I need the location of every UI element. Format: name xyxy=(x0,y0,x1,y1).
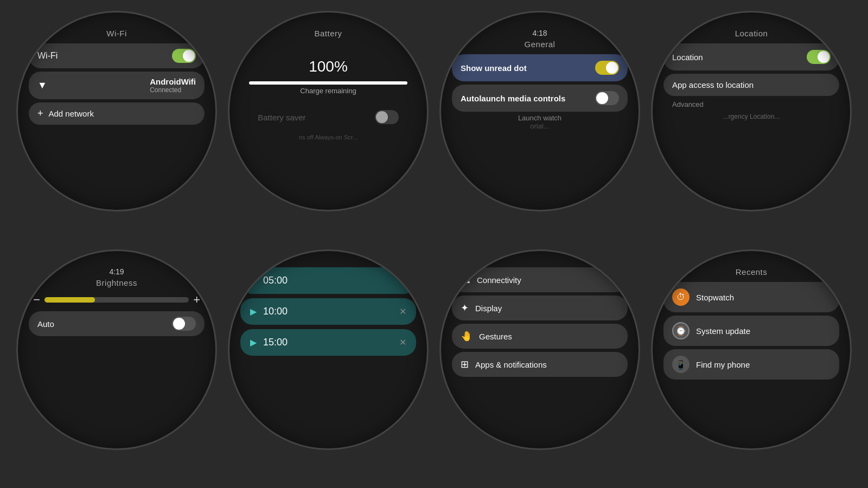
recents-item-stopwatch[interactable]: ⏱ Stopwatch xyxy=(663,282,839,312)
location-knob xyxy=(818,51,829,63)
brightness-plus-icon[interactable]: + xyxy=(193,293,200,307)
display-label: Display xyxy=(475,304,502,313)
timer-item-3[interactable]: ▶ 15:00 ✕ xyxy=(240,329,416,356)
general-items: Show unread dot Autolaunch media control… xyxy=(452,54,628,112)
wifi-network-name: AndroidWifi xyxy=(150,77,196,86)
brightness-time: 4:19 xyxy=(109,267,124,276)
add-network-item[interactable]: + Add network xyxy=(29,102,205,125)
charge-bar xyxy=(249,81,407,85)
autolaunch-item[interactable]: Autolaunch media controls xyxy=(452,85,628,112)
settings-item-connectivity[interactable]: ☁ Connectivity xyxy=(452,267,628,292)
wifi-toggle-knob xyxy=(183,50,195,62)
battery-number: 100 xyxy=(309,58,334,75)
brightness-title: Brightness xyxy=(96,278,137,287)
settings-item-apps[interactable]: ⊞ Apps & notifications xyxy=(452,352,628,377)
location-toggle[interactable] xyxy=(807,50,831,64)
settings-items: ☁ Connectivity ✦ Display 🤚 Gestures ⊞ Ap… xyxy=(452,267,628,377)
general-time: 4:18 xyxy=(532,29,547,37)
timer-close-icon-1[interactable]: ✕ xyxy=(399,275,406,286)
findphone-label: Find my phone xyxy=(696,360,750,369)
autolaunch-knob xyxy=(596,92,608,104)
autolaunch-label: Autolaunch media controls xyxy=(461,94,595,103)
recents-items: ⏱ Stopwatch ⌚ System update 📱 Find my ph… xyxy=(663,282,839,380)
battery-saver-toggle[interactable] xyxy=(375,110,399,124)
timer-items: ▶ 05:00 ✕ ▶ 10:00 ✕ ▶ 15:00 ✕ xyxy=(240,267,416,356)
watch-grid: Wi-Fi Wi-Fi ▼ AndroidWifi Connected + Ad… xyxy=(5,0,863,488)
advanced-text: Advanced xyxy=(663,99,839,110)
gestures-icon: 🤚 xyxy=(461,330,473,342)
location-title: Location xyxy=(735,29,768,38)
recents-item-sysupdate[interactable]: ⌚ System update xyxy=(663,316,839,346)
recents-title: Recents xyxy=(736,267,768,277)
show-unread-knob xyxy=(606,62,618,74)
general-title: General xyxy=(525,40,556,49)
sysupdate-label: System update xyxy=(696,326,750,336)
emergency-text: ...rgency Location... xyxy=(663,113,839,120)
recents-item-findphone[interactable]: 📱 Find my phone xyxy=(663,349,839,380)
timer-play-icon-3[interactable]: ▶ xyxy=(250,337,257,348)
apps-label: Apps & notifications xyxy=(475,360,547,369)
show-unread-label: Show unread dot xyxy=(461,63,595,73)
timer-play-icon-2[interactable]: ▶ xyxy=(250,306,257,317)
apps-icon: ⊞ xyxy=(461,358,469,370)
timer-play-icon-1[interactable]: ▶ xyxy=(250,275,257,286)
show-unread-toggle[interactable] xyxy=(595,61,619,75)
timer-time-1: 05:00 xyxy=(263,275,399,286)
auto-label: Auto xyxy=(37,319,54,329)
wifi-toggle[interactable] xyxy=(172,49,196,63)
location-items: Location App access to location Advanced… xyxy=(663,43,839,120)
app-access-item[interactable]: App access to location xyxy=(663,74,839,96)
gestures-label: Gestures xyxy=(479,332,512,341)
wifi-network-status: Connected xyxy=(150,86,196,94)
autolaunch-toggle[interactable] xyxy=(595,91,619,105)
location-label: Location xyxy=(672,53,703,62)
timer-item-1[interactable]: ▶ 05:00 ✕ xyxy=(240,267,416,294)
watch-brightness: 4:19 Brightness − + Auto xyxy=(16,249,217,450)
stopwatch-icon: ⏱ xyxy=(672,288,690,306)
location-toggle-item[interactable]: Location xyxy=(663,43,839,70)
brightness-slider[interactable] xyxy=(44,297,189,303)
brightness-slider-row: − + xyxy=(29,293,205,307)
sysupdate-icon: ⌚ xyxy=(672,322,690,339)
wifi-toggle-item[interactable]: Wi-Fi xyxy=(29,43,205,68)
auto-knob xyxy=(173,318,185,330)
add-network-label: Add network xyxy=(49,109,94,118)
wifi-title: Wi-Fi xyxy=(106,29,126,38)
battery-symbol: % xyxy=(334,58,348,75)
brightness-fill xyxy=(44,297,95,303)
timer-close-icon-2[interactable]: ✕ xyxy=(399,306,406,317)
watch-recents: Recents ⏱ Stopwatch ⌚ System update 📱 Fi… xyxy=(651,249,852,450)
wifi-list: Wi-Fi ▼ AndroidWifi Connected + Add netw… xyxy=(29,43,205,125)
brightness-minus-icon[interactable]: − xyxy=(33,293,40,307)
battery-saver-item[interactable]: Battery saver xyxy=(249,105,407,130)
findphone-icon: 📱 xyxy=(672,356,690,373)
battery-title: Battery xyxy=(314,29,342,38)
watch-timer: ▶ 05:00 ✕ ▶ 10:00 ✕ ▶ 15:00 ✕ xyxy=(228,249,429,450)
plus-icon: + xyxy=(37,108,43,119)
always-on-text: ns off Always-on Scr... xyxy=(299,134,358,140)
watch-general: 4:18 General Show unread dot Autolaunch … xyxy=(439,11,640,211)
stopwatch-label: Stopwatch xyxy=(696,293,734,302)
connectivity-label: Connectivity xyxy=(477,275,521,285)
timer-item-2[interactable]: ▶ 10:00 ✕ xyxy=(240,298,416,325)
wifi-toggle-label: Wi-Fi xyxy=(37,51,58,61)
watch-battery: Battery 100% Charge remaining Battery sa… xyxy=(228,11,429,211)
battery-saver-knob xyxy=(376,111,388,123)
launch-text: Launch watchorial... xyxy=(518,114,561,130)
wifi-network-item[interactable]: ▼ AndroidWifi Connected xyxy=(29,72,205,99)
timer-time-3: 15:00 xyxy=(263,337,399,348)
wifi-signal-icon: ▼ xyxy=(37,80,47,91)
timer-close-icon-3[interactable]: ✕ xyxy=(399,337,406,348)
display-icon: ✦ xyxy=(461,302,469,314)
settings-item-gestures[interactable]: 🤚 Gestures xyxy=(452,324,628,349)
settings-item-display[interactable]: ✦ Display xyxy=(452,296,628,320)
wifi-network-info: AndroidWifi Connected xyxy=(150,77,196,94)
app-access-label: App access to location xyxy=(672,80,754,89)
show-unread-item[interactable]: Show unread dot xyxy=(452,54,628,81)
timer-time-2: 10:00 xyxy=(263,306,399,317)
charge-bar-container xyxy=(249,81,407,85)
auto-toggle[interactable] xyxy=(172,317,196,331)
battery-percent-display: 100% xyxy=(309,43,348,77)
charge-label: Charge remaining xyxy=(300,87,356,95)
auto-brightness-item[interactable]: Auto xyxy=(29,311,205,336)
